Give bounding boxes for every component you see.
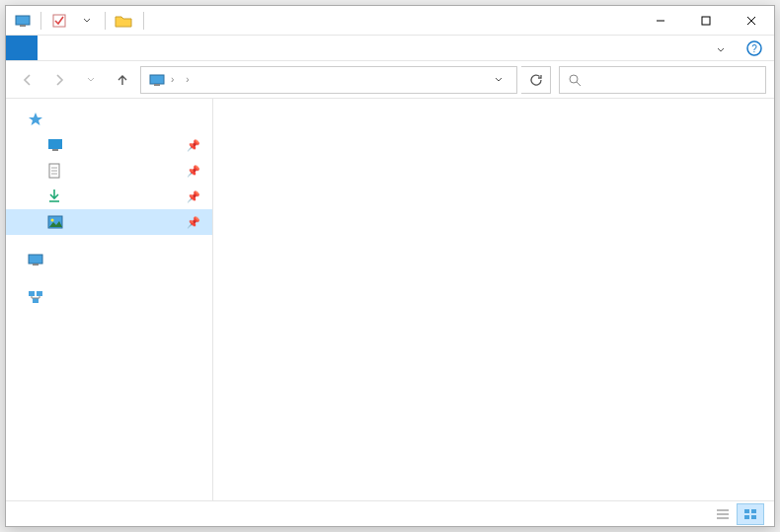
- recent-dropdown-button[interactable]: [77, 66, 105, 94]
- ribbon-tab-home[interactable]: [38, 36, 69, 60]
- refresh-button[interactable]: [521, 66, 551, 94]
- ribbon-tab-view[interactable]: [101, 36, 132, 60]
- breadcrumb-item[interactable]: [192, 68, 199, 92]
- svg-rect-11: [48, 139, 62, 149]
- svg-rect-31: [751, 515, 756, 519]
- this-pc-icon: [28, 253, 43, 266]
- status-bar: [6, 500, 774, 526]
- sidebar-item-quick-access[interactable]: [6, 107, 212, 132]
- explorer-window: ? › ›: [5, 5, 775, 527]
- svg-rect-0: [16, 16, 30, 25]
- svg-rect-8: [154, 84, 160, 86]
- file-pane[interactable]: [213, 99, 774, 500]
- svg-rect-1: [20, 25, 26, 27]
- pin-icon: 📌: [187, 165, 200, 178]
- sidebar-item-documents[interactable]: 📌: [6, 158, 212, 184]
- ribbon-tabs: ?: [6, 36, 774, 61]
- forward-button[interactable]: [45, 66, 73, 94]
- svg-text:?: ?: [751, 43, 757, 54]
- ribbon-expand-button[interactable]: [707, 36, 735, 63]
- app-icon[interactable]: [10, 9, 36, 33]
- folder-qat-icon[interactable]: [111, 9, 136, 33]
- svg-rect-23: [37, 291, 42, 296]
- close-button[interactable]: [729, 6, 774, 36]
- separator: [143, 12, 144, 30]
- svg-rect-21: [33, 264, 39, 266]
- breadcrumb-bar[interactable]: › ›: [140, 66, 517, 94]
- minimize-button[interactable]: [638, 6, 683, 36]
- svg-rect-29: [751, 509, 756, 513]
- svg-rect-7: [150, 75, 164, 84]
- search-icon: [568, 73, 582, 87]
- svg-line-10: [577, 82, 581, 86]
- quick-access-toolbar: [6, 9, 140, 33]
- separator: [105, 12, 106, 30]
- chevron-right-icon[interactable]: ›: [186, 74, 189, 85]
- svg-rect-28: [744, 509, 749, 513]
- svg-rect-20: [29, 255, 42, 264]
- address-row: › ›: [6, 61, 774, 99]
- desktop-icon: [47, 138, 63, 152]
- pin-icon: 📌: [187, 139, 200, 152]
- sidebar-item-network[interactable]: [6, 284, 212, 310]
- maximize-button[interactable]: [683, 6, 729, 36]
- svg-rect-22: [29, 291, 35, 296]
- download-icon: [47, 189, 61, 204]
- up-button[interactable]: [109, 66, 136, 94]
- file-tab[interactable]: [6, 36, 38, 60]
- breadcrumb-item[interactable]: [176, 68, 184, 92]
- sidebar-item-desktop[interactable]: 📌: [6, 132, 212, 158]
- body-split: 📌 📌 📌 📌: [6, 99, 774, 500]
- sidebar-item-this-pc[interactable]: [6, 247, 212, 272]
- help-button[interactable]: ?: [735, 36, 774, 60]
- view-details-button[interactable]: [709, 503, 737, 525]
- qat-dropdown[interactable]: [74, 9, 100, 33]
- breadcrumb-dropdown[interactable]: [485, 66, 512, 94]
- chevron-right-icon[interactable]: ›: [171, 74, 174, 85]
- star-icon: [28, 112, 43, 127]
- search-input[interactable]: [559, 66, 766, 94]
- back-button[interactable]: [14, 66, 41, 94]
- svg-rect-2: [53, 15, 65, 27]
- svg-rect-12: [52, 149, 58, 151]
- pin-icon: 📌: [187, 216, 200, 229]
- view-large-icons-button[interactable]: [737, 503, 764, 525]
- breadcrumb-root-icon[interactable]: [145, 68, 169, 92]
- properties-qat-button[interactable]: [46, 9, 72, 33]
- svg-point-9: [570, 75, 578, 83]
- network-icon: [28, 290, 43, 304]
- pictures-icon: [47, 215, 63, 229]
- svg-rect-30: [744, 515, 749, 519]
- title-bar: [6, 6, 774, 36]
- sidebar-item-pictures[interactable]: 📌: [6, 209, 212, 235]
- ribbon-tab-share[interactable]: [69, 36, 101, 60]
- document-icon: [47, 163, 61, 179]
- sidebar-item-downloads[interactable]: 📌: [6, 184, 212, 209]
- svg-rect-24: [33, 298, 39, 303]
- pin-icon: 📌: [187, 190, 200, 203]
- svg-point-19: [51, 219, 54, 222]
- separator: [40, 12, 41, 30]
- navigation-pane: 📌 📌 📌 📌: [6, 99, 213, 500]
- svg-rect-4: [702, 17, 710, 25]
